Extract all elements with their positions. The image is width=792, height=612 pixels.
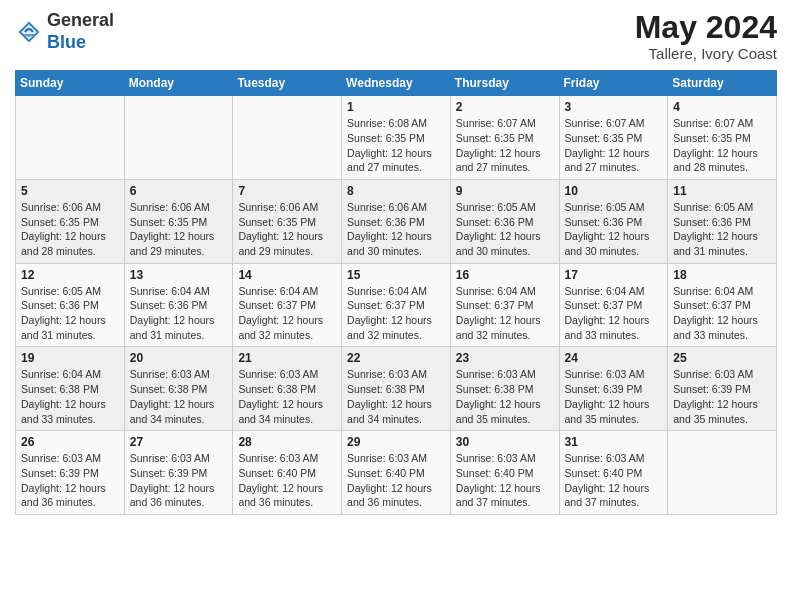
day-number: 15	[347, 268, 445, 282]
calendar-cell: 3Sunrise: 6:07 AM Sunset: 6:35 PM Daylig…	[559, 96, 668, 180]
calendar-cell: 19Sunrise: 6:04 AM Sunset: 6:38 PM Dayli…	[16, 347, 125, 431]
day-number: 4	[673, 100, 771, 114]
title-block: May 2024 Tallere, Ivory Coast	[635, 10, 777, 62]
calendar-cell	[668, 431, 777, 515]
calendar-week-2: 12Sunrise: 6:05 AM Sunset: 6:36 PM Dayli…	[16, 263, 777, 347]
day-info: Sunrise: 6:05 AM Sunset: 6:36 PM Dayligh…	[673, 200, 771, 259]
day-number: 19	[21, 351, 119, 365]
col-monday: Monday	[124, 71, 233, 96]
calendar-cell: 23Sunrise: 6:03 AM Sunset: 6:38 PM Dayli…	[450, 347, 559, 431]
calendar-cell: 2Sunrise: 6:07 AM Sunset: 6:35 PM Daylig…	[450, 96, 559, 180]
day-number: 11	[673, 184, 771, 198]
day-info: Sunrise: 6:03 AM Sunset: 6:39 PM Dayligh…	[673, 367, 771, 426]
month-year: May 2024	[635, 10, 777, 45]
day-info: Sunrise: 6:07 AM Sunset: 6:35 PM Dayligh…	[673, 116, 771, 175]
day-info: Sunrise: 6:03 AM Sunset: 6:40 PM Dayligh…	[565, 451, 663, 510]
day-info: Sunrise: 6:04 AM Sunset: 6:36 PM Dayligh…	[130, 284, 228, 343]
calendar-cell: 9Sunrise: 6:05 AM Sunset: 6:36 PM Daylig…	[450, 179, 559, 263]
calendar-cell: 7Sunrise: 6:06 AM Sunset: 6:35 PM Daylig…	[233, 179, 342, 263]
day-info: Sunrise: 6:03 AM Sunset: 6:38 PM Dayligh…	[347, 367, 445, 426]
calendar-header: Sunday Monday Tuesday Wednesday Thursday…	[16, 71, 777, 96]
day-number: 3	[565, 100, 663, 114]
day-info: Sunrise: 6:07 AM Sunset: 6:35 PM Dayligh…	[456, 116, 554, 175]
day-info: Sunrise: 6:07 AM Sunset: 6:35 PM Dayligh…	[565, 116, 663, 175]
calendar-cell: 4Sunrise: 6:07 AM Sunset: 6:35 PM Daylig…	[668, 96, 777, 180]
day-number: 21	[238, 351, 336, 365]
day-number: 31	[565, 435, 663, 449]
calendar-cell	[124, 96, 233, 180]
calendar-cell: 24Sunrise: 6:03 AM Sunset: 6:39 PM Dayli…	[559, 347, 668, 431]
calendar-cell: 25Sunrise: 6:03 AM Sunset: 6:39 PM Dayli…	[668, 347, 777, 431]
day-number: 10	[565, 184, 663, 198]
day-info: Sunrise: 6:04 AM Sunset: 6:37 PM Dayligh…	[347, 284, 445, 343]
calendar-cell: 11Sunrise: 6:05 AM Sunset: 6:36 PM Dayli…	[668, 179, 777, 263]
calendar-cell: 5Sunrise: 6:06 AM Sunset: 6:35 PM Daylig…	[16, 179, 125, 263]
col-wednesday: Wednesday	[342, 71, 451, 96]
day-number: 27	[130, 435, 228, 449]
calendar-cell	[233, 96, 342, 180]
calendar-cell: 1Sunrise: 6:08 AM Sunset: 6:35 PM Daylig…	[342, 96, 451, 180]
calendar-cell: 16Sunrise: 6:04 AM Sunset: 6:37 PM Dayli…	[450, 263, 559, 347]
day-info: Sunrise: 6:06 AM Sunset: 6:36 PM Dayligh…	[347, 200, 445, 259]
day-number: 18	[673, 268, 771, 282]
day-number: 22	[347, 351, 445, 365]
day-number: 17	[565, 268, 663, 282]
logo: General Blue	[15, 10, 114, 53]
day-number: 12	[21, 268, 119, 282]
page-container: General Blue May 2024 Tallere, Ivory Coa…	[0, 0, 792, 525]
day-number: 25	[673, 351, 771, 365]
day-info: Sunrise: 6:06 AM Sunset: 6:35 PM Dayligh…	[21, 200, 119, 259]
calendar-cell: 30Sunrise: 6:03 AM Sunset: 6:40 PM Dayli…	[450, 431, 559, 515]
day-number: 23	[456, 351, 554, 365]
calendar-cell: 17Sunrise: 6:04 AM Sunset: 6:37 PM Dayli…	[559, 263, 668, 347]
calendar-cell: 10Sunrise: 6:05 AM Sunset: 6:36 PM Dayli…	[559, 179, 668, 263]
day-info: Sunrise: 6:03 AM Sunset: 6:40 PM Dayligh…	[456, 451, 554, 510]
col-sunday: Sunday	[16, 71, 125, 96]
day-number: 14	[238, 268, 336, 282]
header: General Blue May 2024 Tallere, Ivory Coa…	[15, 10, 777, 62]
day-number: 28	[238, 435, 336, 449]
calendar-cell: 6Sunrise: 6:06 AM Sunset: 6:35 PM Daylig…	[124, 179, 233, 263]
calendar-cell: 12Sunrise: 6:05 AM Sunset: 6:36 PM Dayli…	[16, 263, 125, 347]
col-tuesday: Tuesday	[233, 71, 342, 96]
calendar-cell: 8Sunrise: 6:06 AM Sunset: 6:36 PM Daylig…	[342, 179, 451, 263]
calendar-cell: 29Sunrise: 6:03 AM Sunset: 6:40 PM Dayli…	[342, 431, 451, 515]
day-info: Sunrise: 6:04 AM Sunset: 6:38 PM Dayligh…	[21, 367, 119, 426]
day-number: 13	[130, 268, 228, 282]
calendar-cell: 21Sunrise: 6:03 AM Sunset: 6:38 PM Dayli…	[233, 347, 342, 431]
logo-general: General	[47, 10, 114, 30]
col-friday: Friday	[559, 71, 668, 96]
day-info: Sunrise: 6:05 AM Sunset: 6:36 PM Dayligh…	[456, 200, 554, 259]
calendar-cell: 18Sunrise: 6:04 AM Sunset: 6:37 PM Dayli…	[668, 263, 777, 347]
calendar-cell: 27Sunrise: 6:03 AM Sunset: 6:39 PM Dayli…	[124, 431, 233, 515]
day-number: 2	[456, 100, 554, 114]
day-info: Sunrise: 6:04 AM Sunset: 6:37 PM Dayligh…	[456, 284, 554, 343]
day-number: 5	[21, 184, 119, 198]
calendar-cell: 22Sunrise: 6:03 AM Sunset: 6:38 PM Dayli…	[342, 347, 451, 431]
calendar-cell: 13Sunrise: 6:04 AM Sunset: 6:36 PM Dayli…	[124, 263, 233, 347]
calendar-cell: 14Sunrise: 6:04 AM Sunset: 6:37 PM Dayli…	[233, 263, 342, 347]
calendar-week-1: 5Sunrise: 6:06 AM Sunset: 6:35 PM Daylig…	[16, 179, 777, 263]
day-number: 7	[238, 184, 336, 198]
day-number: 30	[456, 435, 554, 449]
day-info: Sunrise: 6:03 AM Sunset: 6:39 PM Dayligh…	[21, 451, 119, 510]
day-info: Sunrise: 6:04 AM Sunset: 6:37 PM Dayligh…	[238, 284, 336, 343]
logo-text: General Blue	[47, 10, 114, 53]
logo-icon	[15, 18, 43, 46]
day-info: Sunrise: 6:04 AM Sunset: 6:37 PM Dayligh…	[673, 284, 771, 343]
day-number: 24	[565, 351, 663, 365]
day-info: Sunrise: 6:08 AM Sunset: 6:35 PM Dayligh…	[347, 116, 445, 175]
calendar-cell: 15Sunrise: 6:04 AM Sunset: 6:37 PM Dayli…	[342, 263, 451, 347]
day-number: 9	[456, 184, 554, 198]
day-info: Sunrise: 6:06 AM Sunset: 6:35 PM Dayligh…	[238, 200, 336, 259]
calendar-cell: 20Sunrise: 6:03 AM Sunset: 6:38 PM Dayli…	[124, 347, 233, 431]
calendar-cell	[16, 96, 125, 180]
day-info: Sunrise: 6:04 AM Sunset: 6:37 PM Dayligh…	[565, 284, 663, 343]
calendar-table: Sunday Monday Tuesday Wednesday Thursday…	[15, 70, 777, 515]
day-info: Sunrise: 6:03 AM Sunset: 6:38 PM Dayligh…	[130, 367, 228, 426]
col-thursday: Thursday	[450, 71, 559, 96]
location: Tallere, Ivory Coast	[635, 45, 777, 62]
day-info: Sunrise: 6:03 AM Sunset: 6:38 PM Dayligh…	[238, 367, 336, 426]
day-info: Sunrise: 6:05 AM Sunset: 6:36 PM Dayligh…	[565, 200, 663, 259]
col-saturday: Saturday	[668, 71, 777, 96]
